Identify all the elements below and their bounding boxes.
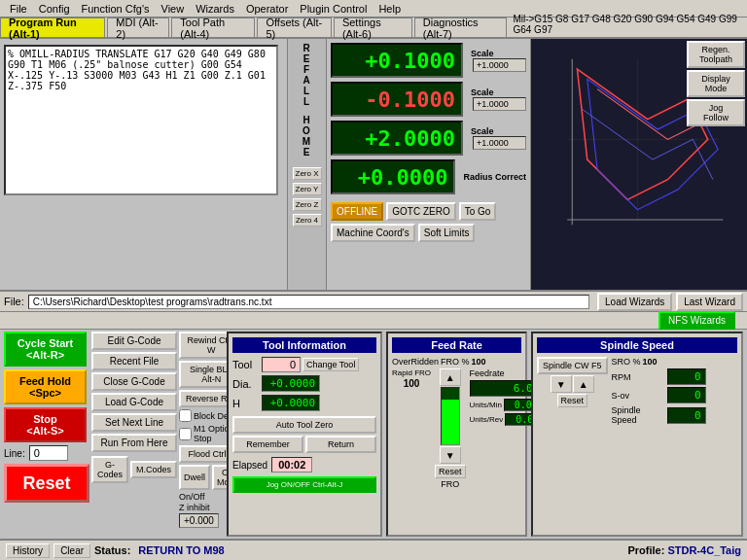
g-codes-btn[interactable]: G-Codes <box>91 456 128 483</box>
menu-view[interactable]: View <box>156 0 191 17</box>
menu-help[interactable]: Help <box>373 0 407 17</box>
menu-wizards[interactable]: Wizards <box>190 0 240 17</box>
fro-down-btn[interactable]: ▼ <box>440 446 461 464</box>
fro-up-btn[interactable]: ▲ <box>440 368 461 386</box>
dro-x-row: +0.1000 Scale +1.0000 <box>331 43 526 78</box>
dro-4-row: +0.0000 Radius Correct <box>331 159 526 194</box>
feed-hold-btn[interactable]: Feed Hold <Spc> <box>4 369 87 404</box>
set-next-line-btn[interactable]: Set Next Line <box>91 413 177 432</box>
recent-file-btn[interactable]: Recent File <box>91 352 177 370</box>
reset-btn[interactable]: Reset <box>4 464 89 503</box>
spindle-down-btn[interactable]: ▼ <box>551 375 572 393</box>
ref-m: M <box>302 136 311 147</box>
dwell-btn[interactable]: Dwell <box>179 465 210 490</box>
m1-optional-cb[interactable] <box>179 428 192 440</box>
menu-plugin[interactable]: Plugin Control <box>294 0 373 17</box>
dro-z-row: +2.0000 Scale +1.0000 <box>331 121 526 156</box>
regen-toolpath-btn[interactable]: Regen. Toolpath <box>687 41 745 68</box>
rpm-label: RPM <box>612 372 665 382</box>
to-go-btn[interactable]: To Go <box>459 202 497 221</box>
load-wizards-btn[interactable]: Load Wizards <box>597 293 672 311</box>
history-btn[interactable]: History <box>6 543 50 558</box>
display-mode-btn[interactable]: Display Mode <box>687 70 745 97</box>
radius-label: Radius Correct <box>463 172 526 182</box>
nfs-wizards-btn[interactable]: NFS Wizards <box>658 311 735 330</box>
profile-area: Profile: STDR-4C_Taig <box>627 544 741 556</box>
auto-tool-zero-btn[interactable]: Auto Tool Zero <box>232 416 376 434</box>
machine-coords-btn[interactable]: Machine Coord's <box>331 224 415 242</box>
section-wrapper: % OMILL-RADIUS TRANSLATE G17 G20 G40 G49… <box>0 39 747 560</box>
menu-function-cfg[interactable]: Function Cfg's <box>76 0 156 17</box>
tool-number: 0 <box>262 357 301 372</box>
preview-col: Regen. Toolpath Display Mode Jog Follow <box>530 39 747 290</box>
tab-tool-path[interactable]: Tool Path (Alt-4) <box>171 18 255 37</box>
dia-label: Dia. <box>232 378 262 390</box>
cycle-start-btn[interactable]: Cycle Start <Alt-R> <box>4 332 87 367</box>
on-off-value: +0.000 <box>179 513 219 528</box>
soft-limits-btn[interactable]: Soft Limits <box>418 224 476 242</box>
elapsed-row: Elapsed 00:02 <box>232 457 376 472</box>
load-gcode-btn[interactable]: Load G-Code <box>91 393 177 411</box>
gcode-col: % OMILL-RADIUS TRANSLATE G17 G20 G40 G49… <box>0 39 287 290</box>
stop-btn[interactable]: Stop <Alt-S> <box>4 407 87 442</box>
fro-reset-btn[interactable]: Reset <box>435 465 466 478</box>
m-codes-btn[interactable]: M.Codes <box>130 461 177 478</box>
zero-y-btn[interactable]: Zero Y <box>293 183 322 195</box>
tool-info-panel: Tool Information Tool 0 Change Tool Dia.… <box>227 332 382 537</box>
spindle-speed-value: 0 <box>667 407 706 424</box>
block-delete-cb[interactable] <box>179 409 192 422</box>
ref-e2: E <box>303 147 311 158</box>
spindle-up-btn[interactable]: ▲ <box>573 375 594 393</box>
zero-4-btn[interactable]: Zero 4 <box>293 214 322 227</box>
tab-diagnostics[interactable]: Diagnostics (Alt-7) <box>414 18 508 37</box>
change-tool-btn[interactable]: Change Tool <box>302 358 359 371</box>
spindle-cw-btn[interactable]: Spindle CW F5 <box>537 357 608 374</box>
scale-y: +1.0000 <box>473 97 526 111</box>
return-btn[interactable]: Return <box>305 436 376 453</box>
elapsed-label: Elapsed <box>232 460 267 471</box>
jog-follow-btn[interactable]: Jog Follow <box>687 99 745 126</box>
tab-bar: Program Run (Alt-1) MDI (Alt-2) Tool Pat… <box>0 18 747 39</box>
on-off-label: On/Off <box>179 492 204 502</box>
tool-label: Tool <box>232 359 262 370</box>
menu-file[interactable]: File <box>4 0 33 17</box>
close-gcode-btn[interactable]: Close G-Code <box>91 372 177 391</box>
ref-a: A <box>302 75 310 86</box>
overridden-label: OverRidden <box>392 357 439 367</box>
gcode-area[interactable]: % OMILL-RADIUS TRANSLATE G17 G20 G40 G49… <box>4 45 278 195</box>
tab-offsets[interactable]: Offsets (Alt-5) <box>257 18 331 37</box>
tab-program-run[interactable]: Program Run (Alt-1) <box>0 18 105 37</box>
rpm-value: 0 <box>667 368 706 385</box>
spindle-speed-label: Spindle Speed <box>612 405 665 425</box>
menu-config[interactable]: Config <box>33 0 76 17</box>
status-label: Status: <box>94 544 130 556</box>
fro-fill <box>442 400 459 444</box>
tool-info-title: Tool Information <box>232 337 376 353</box>
clear-btn[interactable]: Clear <box>53 543 90 558</box>
edit-gcode-btn[interactable]: Edit G-Code <box>91 332 177 350</box>
spindle-speed-panel: Spindle Speed Spindle CW F5 ▼ ▲ Reset SR… <box>531 332 743 537</box>
tab-settings[interactable]: Settings (Alt-6) <box>334 18 412 37</box>
fro-bar <box>441 387 460 445</box>
ref-h: H <box>302 115 310 125</box>
goto-zero-btn[interactable]: GOTC ZERO <box>386 202 455 221</box>
menu-operator[interactable]: Operator <box>240 0 294 17</box>
offline-btn[interactable]: OFFLINE <box>331 202 383 221</box>
zero-x-btn[interactable]: Zero X <box>293 167 322 180</box>
last-wizard-btn[interactable]: Last Wizard <box>676 293 743 311</box>
ref-r: R <box>302 43 310 53</box>
line-number: 0 <box>29 445 68 461</box>
ref-f: F <box>303 64 310 75</box>
feed-rate-title: Feed Rate <box>392 337 521 353</box>
tab-mdi[interactable]: MDI (Alt-2) <box>107 18 169 37</box>
spindle-reset-btn[interactable]: Reset <box>557 394 588 407</box>
jog-onoff-btn[interactable]: Jog ON/OFF Ctrl-Alt-J <box>232 476 376 493</box>
scale-z: +1.0000 <box>473 136 526 150</box>
bottom-area: Cycle Start <Alt-R> Feed Hold <Spc> Stop… <box>0 330 747 539</box>
remember-btn[interactable]: Remember <box>232 436 303 453</box>
units-min-label: Units/Min <box>470 401 502 409</box>
run-from-here-btn[interactable]: Run From Here <box>91 434 177 452</box>
zero-z-btn[interactable]: Zero Z <box>293 198 322 211</box>
feed-rate-panel: Feed Rate OverRidden FRO % 100 Rapid FRO… <box>386 332 527 537</box>
z-inhibit-label: Z inhibit <box>179 503 210 512</box>
